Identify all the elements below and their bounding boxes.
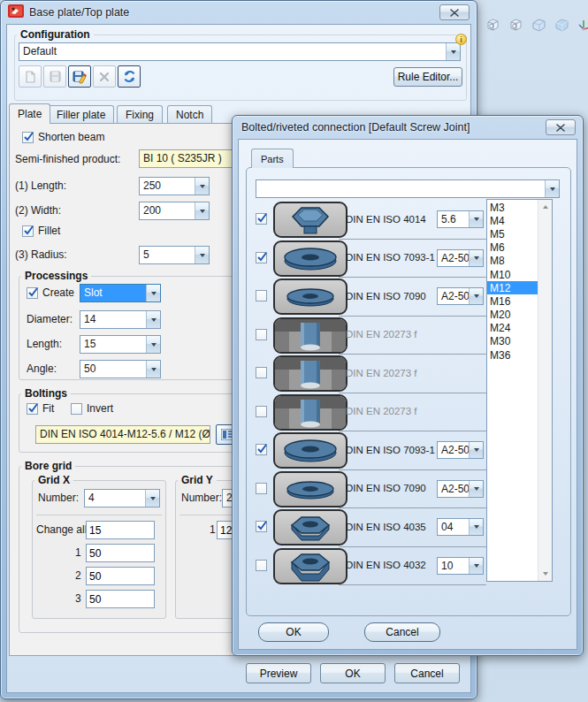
size-item[interactable]: M10 (487, 268, 538, 281)
part-checkbox[interactable] (256, 521, 267, 532)
shaded-cube-icon[interactable] (531, 17, 546, 33)
edit-configuration-button[interactable] (68, 65, 91, 88)
shorten-beam-checkbox[interactable] (22, 132, 34, 143)
preview-button[interactable]: Preview (246, 663, 311, 683)
grid-x-row-input[interactable] (86, 567, 155, 585)
close-icon[interactable] (439, 4, 470, 20)
scroll-down-icon[interactable] (538, 567, 552, 581)
new-configuration-button[interactable] (19, 65, 42, 88)
fillet-checkbox[interactable] (22, 225, 34, 237)
width-select[interactable]: 200 (139, 202, 210, 220)
part-filter-input[interactable] (256, 180, 545, 197)
create-select[interactable]: Slot (80, 284, 161, 302)
part-label: DIN EN ISO 4035 (346, 508, 426, 546)
axes-icon[interactable] (577, 17, 588, 33)
titlebar[interactable]: Base plate/Top plate (1, 1, 477, 24)
bore-image[interactable] (273, 317, 347, 354)
part-checkbox[interactable] (256, 213, 267, 225)
rule-editor-button[interactable]: Rule Editor... (393, 67, 462, 87)
solid-cube-icon[interactable] (554, 17, 569, 33)
grid-y-group-label: Grid Y (178, 474, 217, 486)
create-checkbox[interactable] (27, 287, 38, 299)
tab-notch[interactable]: Notch (167, 105, 212, 124)
configuration-select[interactable]: Default (19, 42, 461, 61)
part-grade-select[interactable]: 04 (437, 518, 484, 536)
bore-image[interactable] (273, 394, 347, 431)
bore-image[interactable] (273, 355, 347, 392)
boltings-group-label: Boltings (21, 387, 71, 400)
scrollbar[interactable] (538, 200, 552, 581)
part-checkbox[interactable] (256, 329, 267, 340)
size-item[interactable]: M16 (487, 294, 538, 308)
tab-plate[interactable]: Plate (9, 103, 50, 124)
wireframe-cube-q-icon[interactable]: Q (485, 17, 500, 33)
ok-button[interactable]: OK (320, 663, 386, 683)
part-grade-select[interactable]: 5.6 (437, 210, 484, 228)
ok-button[interactable]: OK (258, 622, 329, 642)
size-item[interactable]: M24 (487, 322, 538, 335)
washer-image[interactable] (273, 240, 347, 277)
grid-x-row-input[interactable] (86, 590, 155, 608)
part-checkbox[interactable] (256, 444, 267, 455)
part-row: DIN EN ISO 7090 A2-50 (252, 278, 486, 317)
hex-nut-image[interactable] (273, 509, 347, 546)
tab-fixing[interactable]: Fixing (117, 105, 163, 124)
cancel-button[interactable]: Cancel (364, 622, 440, 642)
size-item[interactable]: M12 (487, 281, 538, 294)
washer-image[interactable] (273, 471, 347, 507)
size-listbox[interactable]: M3 M4 M5 M6 M8 M10 M12 M16 M20 M24 M30 M… (486, 199, 553, 582)
part-grade-select[interactable]: A2-50 (437, 441, 484, 459)
wireframe-cube-q-icon[interactable]: Q (508, 17, 523, 33)
tab-parts[interactable]: Parts (251, 149, 294, 168)
part-checkbox[interactable] (256, 290, 267, 301)
titlebar[interactable]: Bolted/riveted connection [Default Screw… (233, 116, 583, 139)
hex-bolt-image[interactable] (273, 202, 347, 238)
chevron-down-icon (469, 519, 483, 535)
angle-select[interactable]: 50 (80, 360, 161, 378)
refresh-configuration-button[interactable] (118, 65, 141, 88)
grid-x-number-select[interactable]: 4 (84, 489, 160, 507)
part-grade-select[interactable]: A2-50 (437, 287, 484, 305)
part-checkbox[interactable] (256, 560, 267, 571)
part-checkbox[interactable] (256, 406, 267, 417)
size-item[interactable]: M20 (487, 309, 538, 322)
size-item[interactable]: M6 (487, 241, 538, 255)
close-icon[interactable] (546, 119, 576, 135)
save-configuration-button[interactable] (43, 65, 66, 88)
washer-image[interactable] (273, 432, 347, 469)
bolting-field[interactable]: DIN EN ISO 4014-M12-5.6 / M12 (Ø (35, 425, 210, 444)
size-item[interactable]: M30 (487, 335, 538, 348)
size-item[interactable]: M8 (487, 255, 538, 268)
fit-checkbox[interactable] (27, 403, 38, 415)
invert-checkbox[interactable] (71, 403, 82, 415)
washer-image[interactable] (273, 279, 347, 315)
create-label: Create (42, 286, 74, 299)
part-checkbox[interactable] (256, 367, 267, 378)
tab-filler-plate[interactable]: Filler plate (48, 105, 114, 124)
part-checkbox[interactable] (256, 483, 267, 494)
size-item[interactable]: M36 (487, 348, 538, 362)
grid-x-change-all-input[interactable] (86, 521, 155, 539)
chevron-down-icon[interactable] (545, 180, 559, 197)
part-checkbox[interactable] (256, 252, 267, 263)
part-grade-select[interactable]: A2-50 (437, 249, 484, 267)
size-item[interactable]: M3 (487, 201, 538, 214)
length-select[interactable]: 250 (139, 177, 210, 195)
slot-length-select[interactable]: 15 (80, 335, 161, 354)
chevron-down-icon[interactable] (446, 43, 460, 60)
svg-text:Q: Q (489, 23, 494, 30)
part-grade-select[interactable]: 10 (437, 557, 484, 575)
chevron-down-icon (195, 247, 209, 263)
dialog-body: Parts DIN EN ISO 4014 5.6 (238, 139, 577, 650)
part-grade-select[interactable]: A2-50 (437, 480, 484, 498)
part-filter-select[interactable] (256, 179, 560, 198)
grid-x-row-input[interactable] (86, 544, 155, 562)
radius-select[interactable]: 5 (139, 246, 210, 264)
scroll-up-icon[interactable] (538, 200, 552, 214)
size-item[interactable]: M5 (487, 227, 538, 240)
cancel-button[interactable]: Cancel (394, 663, 460, 683)
delete-configuration-button[interactable] (93, 65, 116, 88)
hex-nut-image[interactable] (273, 548, 347, 584)
size-item[interactable]: M4 (487, 214, 538, 227)
diameter-select[interactable]: 14 (80, 310, 161, 329)
